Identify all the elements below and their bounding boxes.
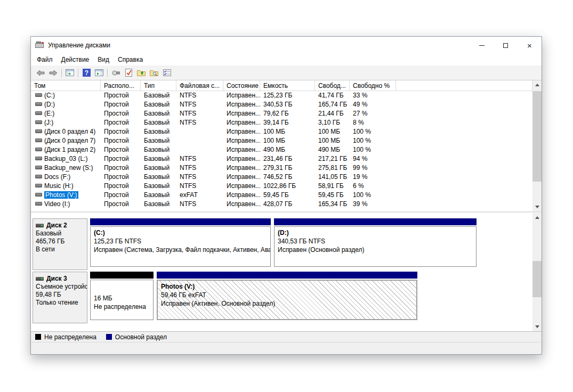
partition-body[interactable]: (D:)340,53 ГБ NTFSИсправен (Основной раз…: [274, 226, 477, 267]
volume-cell-free: 275,81 ГБ: [315, 164, 350, 173]
volume-cell-type: Базовый: [141, 127, 176, 136]
disk-info-panel[interactable]: Диск 2Базовый465,76 ГБВ сети: [33, 218, 87, 270]
graphical-pane-scrollbar[interactable]: [532, 213, 542, 331]
volume-row[interactable]: (J:)ПростойБазовыйNTFSИсправен...39,14 Г…: [31, 118, 532, 127]
volume-cell-layout: Простой: [101, 127, 141, 136]
volume-cell-capacity: 100 МБ: [260, 136, 315, 145]
volume-cell-free_pct: 100 %: [350, 145, 396, 154]
volume-row[interactable]: (Диск 1 раздел 2)ПростойБазовыйИсправен.…: [31, 145, 532, 154]
volume-row[interactable]: Backup_new (S:)ПростойБазовыйNTFSИсправе…: [31, 164, 532, 173]
maximize-button[interactable]: [494, 37, 518, 53]
disk-icon: [36, 277, 44, 281]
forward-icon[interactable]: [47, 67, 60, 79]
column-header-2[interactable]: Тип: [141, 80, 176, 91]
volume-row[interactable]: Video (I:)ПростойБазовыйNTFSИсправен...4…: [31, 200, 532, 209]
volume-icon: [35, 193, 42, 197]
folder-search-icon[interactable]: [148, 67, 160, 79]
show-console-tree-icon[interactable]: [63, 67, 76, 79]
legend-label: Не распределена: [44, 333, 96, 341]
volume-cell-free: 165,74 ГБ: [315, 100, 350, 109]
disk-tool-icon[interactable]: [109, 67, 122, 79]
volume-row[interactable]: Photos (V:)ПростойБазовыйexFATИсправен..…: [31, 191, 532, 200]
volume-cell-capacity: 100 МБ: [260, 127, 315, 136]
volume-cell-fs: NTFS: [176, 118, 223, 127]
volume-row[interactable]: Backup_03 (L:)ПростойБазовыйNTFSИсправен…: [31, 154, 532, 164]
volume-row[interactable]: Docs (F:)ПростойБазовыйNTFSИсправен...74…: [31, 173, 532, 182]
volume-list-scrollbar[interactable]: [532, 80, 542, 211]
volume-row[interactable]: (Диск 0 раздел 4)ПростойБазовыйИсправен.…: [31, 127, 532, 136]
back-icon[interactable]: [34, 67, 47, 79]
title-bar: Управление дисками ×: [31, 37, 542, 54]
disk-management-app-icon: [35, 42, 45, 49]
partition-body[interactable]: Photos (V:)59,46 ГБ exFATИсправен (Актив…: [157, 280, 417, 320]
check-document-icon[interactable]: [122, 67, 135, 79]
volume-cell-fs: [176, 136, 223, 145]
volume-cell-status: Исправен...: [223, 154, 260, 164]
volume-cell-type: Базовый: [141, 109, 176, 118]
scroll-up-icon[interactable]: [532, 213, 542, 222]
volume-row[interactable]: (D:)ПростойБазовыйNTFSИсправен...340,53 …: [31, 100, 532, 109]
column-header-0[interactable]: Том: [31, 80, 101, 91]
partition-status: Исправен (Активен, Основной раздел): [161, 299, 413, 308]
volume-cell-volume: (Диск 0 раздел 7): [31, 136, 101, 145]
volume-cell-fs: NTFS: [176, 173, 223, 182]
volume-label: Docs (F:): [44, 173, 70, 181]
volume-row[interactable]: Music (H:)ПростойБазовыйNTFSИсправен...1…: [31, 182, 532, 191]
scroll-up-icon[interactable]: [532, 80, 542, 89]
volume-cell-volume: (J:): [31, 118, 101, 127]
volume-cell-volume: Backup_03 (L:): [31, 154, 101, 164]
legend-item: Основной раздел: [106, 333, 167, 341]
partition-size: 340,53 ГБ NTFS: [278, 237, 473, 246]
volume-cell-free: 59,45 ГБ: [315, 191, 350, 200]
partition-status: Исправен (Основной раздел): [278, 246, 473, 254]
partition-body[interactable]: 16 МБНе распределена: [90, 280, 154, 320]
scroll-down-icon[interactable]: [532, 202, 542, 211]
scroll-down-icon[interactable]: [532, 322, 542, 331]
partition-status: Не распределена: [94, 303, 150, 311]
volume-row[interactable]: (E:)ПростойБазовыйNTFSИсправен...79,62 Г…: [31, 109, 532, 118]
disk-info-line: 465,76 ГБ: [36, 238, 84, 246]
scrollbar-thumb[interactable]: [532, 91, 542, 182]
unallocated-space[interactable]: 16 МБНе распределена: [90, 272, 154, 323]
volume-cell-layout: Простой: [101, 173, 141, 182]
partition-body[interactable]: (C:)125,23 ГБ NTFSИсправен (Система, Заг…: [90, 226, 271, 267]
menu-item-file[interactable]: Файл: [33, 55, 57, 64]
column-header-5[interactable]: Емкость: [260, 80, 315, 91]
volume-row[interactable]: (C:)ПростойБазовыйNTFSИсправен...125,23 …: [31, 91, 532, 100]
scrollbar-thumb[interactable]: [532, 261, 542, 297]
volume-cell-free_pct: 100 %: [350, 136, 396, 145]
disk-info-line: В сети: [36, 246, 84, 254]
help-icon[interactable]: ?: [80, 67, 93, 79]
volume-label: (Диск 0 раздел 4): [44, 128, 95, 135]
volume-icon: [35, 184, 42, 187]
volume-cell-type: Базовый: [141, 154, 176, 164]
partition-d[interactable]: (D:)340,53 ГБ NTFSИсправен (Основной раз…: [274, 218, 477, 270]
checklist-icon[interactable]: [160, 67, 173, 79]
volume-row[interactable]: (Диск 0 раздел 7)ПростойБазовыйИсправен.…: [31, 136, 532, 145]
volume-rows: (C:)ПростойБазовыйNTFSИсправен...125,23 …: [31, 91, 532, 211]
folder-up-icon[interactable]: [135, 67, 148, 79]
volume-label: Music (H:): [44, 182, 74, 190]
minimize-button[interactable]: [470, 37, 494, 53]
volume-cell-layout: Простой: [101, 100, 141, 109]
volume-cell-capacity: 1022,86 ГБ: [260, 182, 315, 191]
column-header-7[interactable]: Свободно %: [350, 80, 396, 91]
close-button[interactable]: ×: [518, 37, 542, 53]
partition-photosv[interactable]: Photos (V:)59,46 ГБ exFATИсправен (Актив…: [157, 272, 417, 323]
volume-label: Video (I:): [44, 200, 70, 208]
disk-info-panel[interactable]: Диск 3Съемное устройство59,48 ГБТолько ч…: [33, 272, 87, 323]
menu-item-view[interactable]: Вид: [93, 55, 114, 64]
volume-cell-free_pct: 19 %: [350, 173, 396, 182]
column-header-3[interactable]: Файловая с...: [176, 80, 223, 91]
show-action-pane-icon[interactable]: [93, 67, 106, 79]
partition-size: 16 МБ: [94, 294, 150, 303]
volume-cell-capacity: 79,62 ГБ: [260, 109, 315, 118]
column-header-1[interactable]: Располо...: [101, 80, 141, 91]
partition-c[interactable]: (C:)125,23 ГБ NTFSИсправен (Система, Заг…: [90, 218, 271, 270]
menu-item-help[interactable]: Справка: [114, 55, 147, 64]
menu-item-action[interactable]: Действие: [57, 55, 94, 64]
column-header-4[interactable]: Состояние: [223, 80, 260, 91]
column-header-6[interactable]: Свобод...: [315, 80, 350, 91]
volume-cell-layout: Простой: [101, 145, 141, 154]
volume-cell-free: 100 МБ: [315, 127, 350, 136]
